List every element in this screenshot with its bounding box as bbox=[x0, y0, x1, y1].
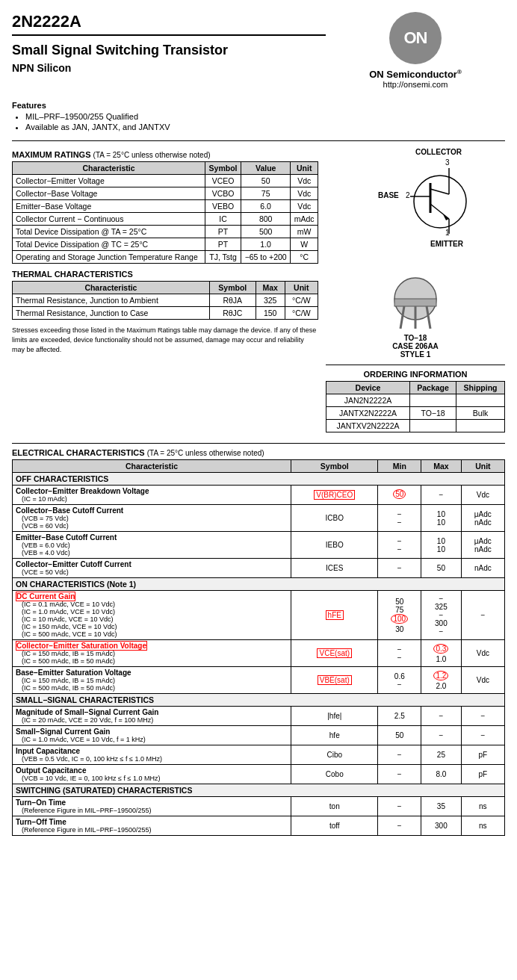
table-row: Emitter−Base VoltageVEBO6.0Vdc bbox=[13, 200, 318, 213]
feature-item-1: MIL–PRF–19500/255 Qualified bbox=[25, 112, 505, 121]
features-section: Features MIL–PRF–19500/255 Qualified Ava… bbox=[12, 101, 505, 131]
max-ratings-title: MAXIMUM RATINGS (TA = 25°C unless otherw… bbox=[12, 150, 318, 159]
collector-num: 3 bbox=[445, 158, 450, 167]
package-section: TO−18 CASE 206AA STYLE 1 bbox=[326, 273, 505, 359]
transistor-svg: COLLECTOR 3 BASE 2 EMITT bbox=[333, 146, 483, 265]
package-case: CASE 206AA bbox=[326, 342, 505, 350]
thermal-table: Characteristic Symbol Max Unit Thermal R… bbox=[12, 281, 318, 320]
logo-text: ON bbox=[404, 28, 427, 48]
table-row: Operating and Storage Junction Temperatu… bbox=[13, 251, 318, 264]
table-row: Turn−Off Time(Reference Figure in MIL−PR… bbox=[13, 816, 505, 836]
section-row: ON CHARACTERISTICS (Note 1) bbox=[13, 578, 505, 591]
collector-label: COLLECTOR bbox=[415, 148, 462, 156]
table-row: Magnitude of Small−Signal Current Gain(I… bbox=[13, 707, 505, 726]
website-link: http://onsemi.com bbox=[383, 80, 448, 89]
table-row: Collector−Emitter Cutoff Current(VCE = 5… bbox=[13, 559, 505, 578]
section-row: SMALL−SIGNAL CHARACTERISTICS bbox=[13, 694, 505, 707]
table-row: JANTXV2N2222A bbox=[326, 420, 505, 432]
svg-marker-5 bbox=[443, 214, 449, 220]
part-number: 2N2222A bbox=[12, 12, 326, 36]
table-row: JANTX2N2222ATO−18Bulk bbox=[326, 407, 505, 420]
svg-point-7 bbox=[414, 176, 466, 228]
table-row: JAN2N2222A bbox=[326, 394, 505, 407]
table-row: Small−Signal Current Gain(IC = 1.0 mAdc,… bbox=[13, 726, 505, 745]
on-logo: ON bbox=[389, 12, 442, 64]
transistor-diagram: COLLECTOR 3 BASE 2 EMITT bbox=[333, 146, 498, 267]
table-row: Base−Emitter Saturation Voltage(IC = 150… bbox=[13, 667, 505, 694]
left-column: MAXIMUM RATINGS (TA = 25°C unless otherw… bbox=[12, 146, 318, 438]
thermal-title: THERMAL CHARACTERISTICS bbox=[12, 270, 318, 279]
svg-line-3 bbox=[430, 189, 449, 194]
right-header: ON ON Semiconductor® http://onsemi.com bbox=[326, 12, 505, 95]
table-row: Collector−Emitter VoltageVCEO50Vdc bbox=[13, 175, 318, 187]
svg-rect-9 bbox=[394, 299, 436, 306]
table-row: Collector−Emitter Saturation Voltage(IC … bbox=[13, 640, 505, 667]
table-row: Collector−Base Cutoff Current(VCB = 75 V… bbox=[13, 505, 505, 532]
main-content: MAXIMUM RATINGS (TA = 25°C unless otherw… bbox=[12, 146, 505, 438]
svg-line-4 bbox=[430, 204, 449, 219]
table-row: Collector Current − ContinuousIC800mAdc bbox=[13, 213, 318, 226]
section-row: SWITCHING (SATURATED) CHARACTERISTICS bbox=[13, 784, 505, 797]
emitter-num: 1 bbox=[445, 229, 450, 237]
col-unit: Unit bbox=[291, 162, 318, 175]
base-num: 2 bbox=[406, 191, 410, 199]
package-svg bbox=[386, 273, 445, 332]
table-row: DC Current Gain(IC = 0.1 mAdc, VCE = 10 … bbox=[13, 591, 505, 640]
table-row: Collector−Emitter Breakdown Voltage(IC =… bbox=[13, 486, 505, 505]
right-column: COLLECTOR 3 BASE 2 EMITT bbox=[326, 146, 505, 438]
table-row: Input Capacitance(VEB = 0.5 Vdc, IC = 0,… bbox=[13, 745, 505, 765]
device-title: Small Signal Switching Transistor bbox=[12, 42, 326, 59]
col-characteristic: Characteristic bbox=[13, 162, 205, 175]
table-row: Total Device Dissipation @ TA = 25°CPT50… bbox=[13, 226, 318, 238]
feature-item-2: Available as JAN, JANTX, and JANTXV bbox=[25, 122, 505, 131]
note-text: Stresses exceeding those listed in the M… bbox=[12, 326, 318, 354]
table-row: Thermal Resistance, Junction to CaseRθJC… bbox=[13, 307, 318, 320]
features-list: MIL–PRF–19500/255 Qualified Available as… bbox=[12, 112, 505, 131]
brand-label: ON Semiconductor® bbox=[369, 69, 462, 80]
max-ratings-table: Characteristic Symbol Value Unit Collect… bbox=[12, 161, 318, 264]
table-row: Emitter−Base Cutoff Current(VEB = 6.0 Vd… bbox=[13, 532, 505, 559]
elec-title: ELECTRICAL CHARACTERISTICS (TA = 25°C un… bbox=[12, 448, 505, 457]
col-symbol: Symbol bbox=[205, 162, 241, 175]
table-row: Turn−On Time(Reference Figure in MIL−PRF… bbox=[13, 797, 505, 816]
table-row: Thermal Resistance, Junction to AmbientR… bbox=[13, 294, 318, 307]
emitter-label: EMITTER bbox=[430, 240, 464, 248]
header-section: 2N2222A Small Signal Switching Transisto… bbox=[12, 12, 505, 95]
ordering-title: ORDERING INFORMATION bbox=[326, 370, 505, 379]
base-label: BASE bbox=[378, 191, 399, 199]
package-name: TO−18 bbox=[326, 334, 505, 342]
section-row: OFF CHARACTERISTICS bbox=[13, 473, 505, 486]
col-value: Value bbox=[241, 162, 290, 175]
left-header: 2N2222A Small Signal Switching Transisto… bbox=[12, 12, 326, 80]
features-title: Features bbox=[12, 101, 505, 110]
table-row: Output Capacitance(VCB = 10 Vdc, IE = 0,… bbox=[13, 765, 505, 784]
table-row: Collector−Base VoltageVCBO75Vdc bbox=[13, 187, 318, 200]
package-style: STYLE 1 bbox=[326, 350, 505, 359]
table-row: Total Device Dissipation @ TC = 25°CPT1.… bbox=[13, 238, 318, 251]
device-subtitle: NPN Silicon bbox=[12, 62, 326, 74]
ordering-table: Device Package Shipping JAN2N2222AJANTX2… bbox=[326, 381, 505, 432]
electrical-table: Characteristic Symbol Min Max Unit OFF C… bbox=[12, 459, 505, 836]
